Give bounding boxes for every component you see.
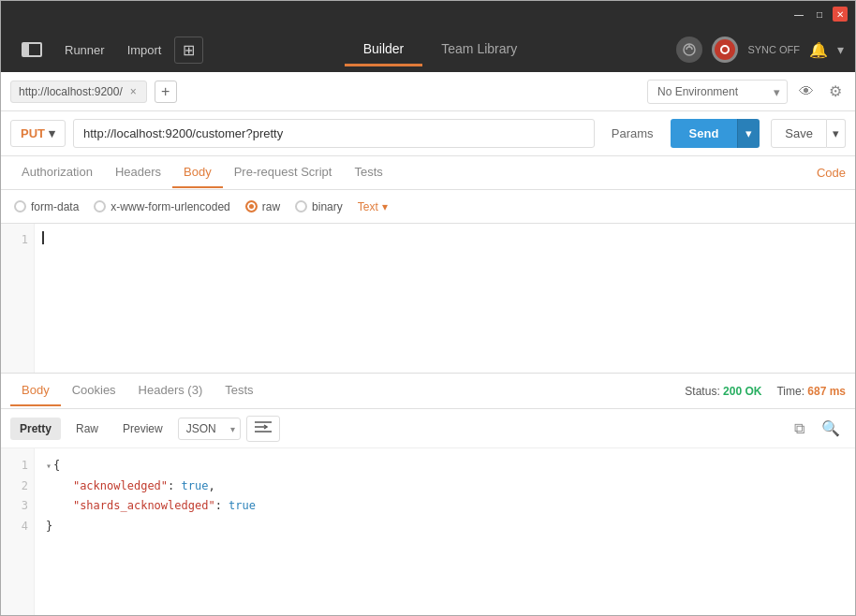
response-status: Status: 200 OK Time: 687 ms: [685, 385, 846, 398]
view-raw-button[interactable]: Raw: [66, 418, 108, 440]
body-options-bar: form-data x-www-form-urlencoded raw bina…: [1, 190, 855, 224]
resp-line-1: 1: [7, 456, 28, 477]
tab-url-text: http://localhost:9200/: [19, 85, 123, 98]
method-selector[interactable]: PUT ▾: [10, 120, 66, 147]
settings-icon[interactable]: [676, 37, 702, 63]
nav-tabs: Builder Team Library: [207, 34, 672, 66]
runner-button[interactable]: Runner: [55, 37, 114, 63]
sidebar-icon: [22, 42, 42, 57]
raw-label: raw: [262, 200, 280, 213]
add-tab-button[interactable]: +: [155, 81, 177, 103]
urlencoded-label: x-www-form-urlencoded: [111, 200, 229, 213]
app-window: — □ ✕ Runner Import ⊞ Builder Team Libra…: [0, 0, 856, 616]
save-group: Save ▾: [771, 119, 846, 148]
method-chevron-icon: ▾: [49, 126, 55, 140]
type-chevron-icon: ▾: [382, 200, 388, 213]
resp-line-3: 3: [7, 496, 28, 517]
tab-authorization[interactable]: Authorization: [10, 157, 104, 188]
resp-tab-headers[interactable]: Headers (3): [127, 375, 214, 406]
url-input[interactable]: [73, 119, 595, 148]
resp-line-numbers: 1 2 3 4: [1, 448, 35, 615]
resp-line-4: 4: [7, 517, 28, 537]
nav-right: SYNC OFF 🔔 ▾: [676, 37, 844, 63]
binary-label: binary: [312, 200, 343, 213]
titlebar: — □ ✕: [1, 1, 855, 27]
req-line-numbers: 1: [1, 224, 35, 373]
status-value: 200 OK: [723, 385, 761, 398]
format-select[interactable]: JSON XML HTML Text: [178, 418, 241, 440]
method-label: PUT: [21, 126, 45, 140]
code-link-button[interactable]: Code: [817, 166, 846, 180]
request-bar: PUT ▾ Params Send ▾ Save ▾: [1, 111, 855, 156]
wrap-button[interactable]: [246, 416, 280, 442]
time-label: Time: 687 ms: [776, 385, 846, 398]
resp-tab-tests[interactable]: Tests: [214, 375, 264, 406]
notifications-button[interactable]: 🔔: [809, 41, 828, 59]
send-group: Send ▾: [671, 119, 760, 148]
view-preview-button[interactable]: Preview: [113, 418, 172, 440]
url-tab-bar: http://localhost:9200/ × + No Environmen…: [1, 72, 855, 111]
sync-status: SYNC OFF: [747, 44, 800, 55]
raw-radio[interactable]: [245, 200, 258, 213]
environment-selector-wrapper: No Environment Development Production: [647, 80, 788, 104]
environment-select[interactable]: No Environment Development Production: [647, 80, 788, 104]
view-pretty-button[interactable]: Pretty: [10, 418, 61, 440]
tab-tests[interactable]: Tests: [343, 157, 393, 188]
response-toolbar: Pretty Raw Preview JSON XML HTML Text: [1, 409, 855, 448]
save-dropdown-button[interactable]: ▾: [827, 119, 846, 148]
send-dropdown-button[interactable]: ▾: [737, 119, 760, 148]
request-tab[interactable]: http://localhost:9200/ ×: [10, 81, 147, 103]
record-inner-icon: [720, 45, 730, 54]
urlencoded-option[interactable]: x-www-form-urlencoded: [94, 200, 229, 213]
tab-headers[interactable]: Headers: [104, 157, 172, 188]
resp-line-shards: "shards_acknowledged": true: [46, 496, 844, 517]
collapse-icon[interactable]: ▾: [46, 461, 52, 471]
resp-line-2: 2: [7, 477, 28, 497]
format-selector-wrapper: JSON XML HTML Text: [178, 418, 241, 440]
sidebar-toggle-button[interactable]: [12, 37, 52, 63]
copy-button[interactable]: ⧉: [789, 416, 810, 441]
record-button[interactable]: [712, 37, 738, 63]
request-editor: 1: [1, 224, 855, 374]
response-section: Body Cookies Headers (3) Tests Status: 2…: [1, 374, 855, 615]
eye-icon-button[interactable]: 👁: [795, 80, 818, 104]
form-data-radio[interactable]: [14, 200, 26, 213]
tab-builder[interactable]: Builder: [345, 34, 423, 66]
resp-tab-body[interactable]: Body: [10, 375, 61, 406]
close-button[interactable]: ✕: [833, 7, 848, 22]
raw-option[interactable]: raw: [245, 200, 280, 213]
status-label: Status: 200 OK: [685, 385, 761, 398]
send-button[interactable]: Send: [671, 119, 738, 148]
binary-option[interactable]: binary: [295, 200, 343, 213]
tab-pre-request-script[interactable]: Pre-request Script: [223, 157, 344, 188]
settings-icon-button[interactable]: ⚙: [825, 79, 846, 104]
resp-tab-cookies[interactable]: Cookies: [61, 375, 127, 406]
type-label: Text: [358, 200, 378, 213]
maximize-button[interactable]: □: [812, 7, 827, 22]
binary-radio[interactable]: [295, 200, 307, 213]
resp-line-brace-open: ▾{: [46, 456, 844, 477]
resp-right-actions: ⧉ 🔍: [789, 416, 846, 441]
navbar: Runner Import ⊞ Builder Team Library SYN…: [1, 27, 855, 72]
type-selector[interactable]: Text ▾: [358, 200, 388, 213]
form-data-option[interactable]: form-data: [14, 200, 79, 213]
minimize-button[interactable]: —: [791, 7, 806, 22]
request-body-editor[interactable]: [35, 224, 855, 373]
resp-line-brace-close: }: [46, 517, 844, 537]
response-body-content: ▾{ "acknowledged": true, "shards_acknowl…: [35, 448, 855, 615]
search-button[interactable]: 🔍: [816, 416, 846, 441]
save-button[interactable]: Save: [771, 119, 827, 148]
tab-body[interactable]: Body: [172, 157, 223, 188]
urlencoded-radio[interactable]: [94, 200, 106, 213]
params-button[interactable]: Params: [602, 121, 663, 146]
tab-close-button[interactable]: ×: [128, 85, 139, 98]
menu-chevron-button[interactable]: ▾: [837, 42, 844, 57]
time-value: 687 ms: [807, 385, 846, 398]
form-data-label: form-data: [31, 200, 79, 213]
new-window-button[interactable]: ⊞: [174, 37, 203, 64]
import-button[interactable]: Import: [118, 37, 171, 63]
resp-line-acknowledged: "acknowledged": true,: [46, 477, 844, 497]
tab-team-library[interactable]: Team Library: [422, 34, 536, 66]
line-num-1: 1: [7, 231, 28, 249]
response-editor: 1 2 3 4 ▾{ "acknowledged": true, "shards…: [1, 448, 855, 615]
